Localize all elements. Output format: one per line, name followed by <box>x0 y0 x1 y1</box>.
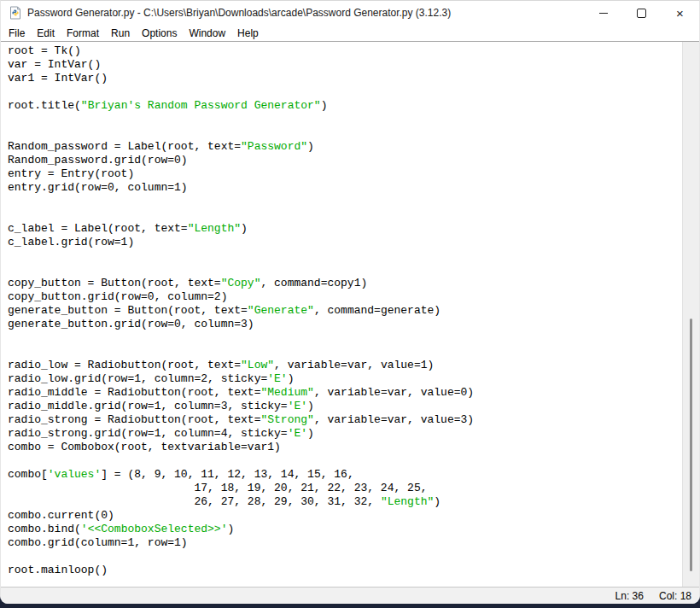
close-icon: × <box>676 7 684 20</box>
code-line[interactable]: entry.grid(row=0, column=1) <box>8 181 683 195</box>
code-line[interactable]: copy_button = Button(root, text="Copy", … <box>8 277 683 290</box>
code-line[interactable] <box>8 345 683 359</box>
code-text: , command=copy1) <box>260 277 367 289</box>
window-controls: × <box>584 1 699 25</box>
code-line[interactable]: var1 = IntVar() <box>8 72 683 85</box>
code-line[interactable]: radio_strong.grid(row=1, column=4, stick… <box>8 427 683 441</box>
code-line[interactable] <box>8 195 683 208</box>
code-string: "Low" <box>241 359 274 371</box>
code-line[interactable]: 26, 27, 28, 29, 30, 31, 32, "Length") <box>8 495 683 509</box>
code-line[interactable]: 17, 18, 19, 20, 21, 22, 23, 24, 25, <box>8 482 683 495</box>
menu-item-help[interactable]: Help <box>231 27 265 39</box>
code-text: generate_button = Button(root, text= <box>8 304 248 317</box>
code-line[interactable]: root = Tk() <box>8 44 683 58</box>
code-string: '<<ComboboxSelected>>' <box>81 523 228 535</box>
code-text: combo.current(0) <box>8 509 114 522</box>
editor-pane[interactable]: root = Tk()var = IntVar()var1 = IntVar()… <box>1 42 699 587</box>
code-line[interactable] <box>8 113 683 126</box>
code-text: ) <box>307 427 314 440</box>
code-text: ) <box>434 495 440 508</box>
code-text: 17, 18, 19, 20, 21, 22, 23, 24, 25, <box>8 482 427 494</box>
code-text: ] = (8, 9, 10, 11, 12, 13, 14, 15, 16, <box>101 468 353 481</box>
code-text: var1 = IntVar() <box>8 72 108 85</box>
menu-item-window[interactable]: Window <box>183 27 231 39</box>
code-text: , variable=var, value=3) <box>314 413 474 426</box>
code-line[interactable]: radio_strong = Radiobutton(root, text="S… <box>8 413 683 427</box>
code-text: combo = Combobox(root, textvariable=var1… <box>8 441 281 453</box>
code-line[interactable]: var = IntVar() <box>8 58 683 72</box>
minimize-button[interactable] <box>584 1 622 25</box>
code-text: root.mainloop() <box>8 564 108 576</box>
code-text: entry = Entry(root) <box>8 167 134 180</box>
code-line[interactable]: generate_button = Button(root, text="Gen… <box>8 304 683 318</box>
menu-bar: FileEditFormatRunOptionsWindowHelp <box>1 25 699 42</box>
code-text: ) <box>288 372 295 385</box>
code-line[interactable] <box>8 331 683 345</box>
code-area[interactable]: root = Tk()var = IntVar()var1 = IntVar()… <box>1 42 683 587</box>
code-line[interactable] <box>8 550 683 564</box>
code-line[interactable]: radio_low = Radiobutton(root, text="Low"… <box>8 359 683 372</box>
code-string: "Length" <box>381 495 434 508</box>
code-line[interactable] <box>8 85 683 99</box>
status-column-number: Col: 18 <box>659 590 691 602</box>
code-line[interactable]: Random_password = Label(root, text="Pass… <box>8 140 683 154</box>
maximize-button[interactable] <box>622 1 661 25</box>
code-text: Random_password = Label(root, text= <box>8 140 241 153</box>
code-line[interactable]: c_label.grid(row=1) <box>8 236 683 249</box>
status-bar: Ln: 36 Col: 18 <box>1 587 699 604</box>
code-line[interactable]: combo['values'] = (8, 9, 10, 11, 12, 13,… <box>8 468 683 482</box>
code-text: combo.bind( <box>8 523 81 535</box>
code-line[interactable]: combo.bind('<<ComboboxSelected>>') <box>8 523 683 536</box>
code-text: c_label = Label(root, text= <box>8 222 188 235</box>
code-text: entry.grid(row=0, column=1) <box>8 181 188 194</box>
code-line[interactable]: radio_middle.grid(row=1, column=3, stick… <box>8 400 683 413</box>
code-line[interactable]: radio_middle = Radiobutton(root, text="M… <box>8 386 683 400</box>
code-line[interactable] <box>8 208 683 222</box>
minimize-icon <box>599 13 608 14</box>
code-line[interactable]: root.mainloop() <box>8 564 683 577</box>
code-line[interactable]: entry = Entry(root) <box>8 167 683 181</box>
code-string: "Copy" <box>221 277 261 289</box>
code-string: "Password" <box>241 140 307 153</box>
code-line[interactable] <box>8 249 683 263</box>
menu-item-edit[interactable]: Edit <box>31 27 61 39</box>
code-line[interactable]: root.title("Briyan's Random Password Gen… <box>8 99 683 113</box>
code-line[interactable]: copy_button.grid(row=0, column=2) <box>8 290 683 304</box>
code-text: ) <box>307 400 314 412</box>
code-line[interactable]: combo.current(0) <box>8 509 683 523</box>
code-text: root = Tk() <box>8 44 81 57</box>
code-text: ) <box>227 523 234 535</box>
status-line-number: Ln: 36 <box>615 590 644 602</box>
code-line[interactable] <box>8 454 683 468</box>
code-text: ) <box>307 140 314 153</box>
vertical-scrollbar[interactable] <box>682 42 699 587</box>
code-line[interactable]: Random_password.grid(row=0) <box>8 154 683 167</box>
code-line[interactable]: c_label = Label(root, text="Length") <box>8 222 683 236</box>
code-string: "Strong" <box>260 413 313 426</box>
close-button[interactable]: × <box>661 1 699 25</box>
menu-item-options[interactable]: Options <box>136 27 183 39</box>
code-line[interactable]: combo.grid(column=1, row=1) <box>8 536 683 550</box>
code-text: root.title( <box>8 99 81 112</box>
code-line[interactable] <box>8 263 683 277</box>
code-text: radio_strong.grid(row=1, column=4, stick… <box>8 427 288 440</box>
code-text: var = IntVar() <box>8 58 101 71</box>
code-line[interactable] <box>8 126 683 140</box>
code-text: ) <box>321 99 328 112</box>
code-string: 'E' <box>288 427 307 440</box>
scrollbar-thumb[interactable] <box>690 319 692 571</box>
code-text: , command=generate) <box>314 304 440 317</box>
code-text: 26, 27, 28, 29, 30, 31, 32, <box>8 495 381 508</box>
menu-item-file[interactable]: File <box>3 27 31 39</box>
code-text: radio_middle = Radiobutton(root, text= <box>8 386 260 399</box>
title-bar[interactable]: Password Generator.py - C:\Users\Briyan\… <box>1 1 699 25</box>
code-string: 'E' <box>288 400 307 412</box>
code-string: "Generate" <box>248 304 314 317</box>
code-line[interactable]: combo = Combobox(root, textvariable=var1… <box>8 441 683 454</box>
menu-item-format[interactable]: Format <box>61 27 105 39</box>
maximize-icon <box>637 9 646 18</box>
code-line[interactable]: generate_button.grid(row=0, column=3) <box>8 318 683 331</box>
code-line[interactable]: radio_low.grid(row=1, column=2, sticky='… <box>8 372 683 386</box>
menu-item-run[interactable]: Run <box>105 27 136 39</box>
code-text: radio_low.grid(row=1, column=2, sticky= <box>8 372 267 385</box>
